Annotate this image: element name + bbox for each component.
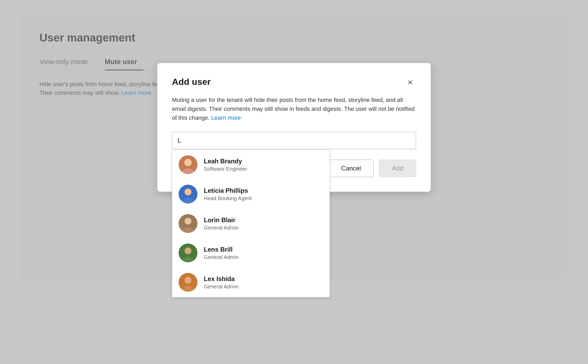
add-button[interactable]: Add — [379, 160, 416, 177]
avatar — [179, 214, 197, 233]
modal-overlay: Add user ✕ Muting a user for the tenant … — [21, 16, 567, 278]
modal-title: Add user — [172, 77, 211, 87]
svg-point-4 — [185, 189, 191, 195]
user-role: Software Engineer — [204, 166, 247, 172]
close-modal-button[interactable]: ✕ — [404, 77, 416, 88]
list-item[interactable]: Lex Ishida General Admin — [172, 268, 330, 297]
user-name: Lex Ishida — [204, 275, 239, 283]
modal-learn-more-link[interactable]: Learn more — [211, 115, 241, 121]
avatar — [179, 243, 197, 262]
list-item[interactable]: Leah Brandy Software Engineer — [172, 150, 330, 179]
user-search-input[interactable] — [172, 132, 416, 149]
add-user-modal: Add user ✕ Muting a user for the tenant … — [157, 63, 431, 192]
list-item[interactable]: Lens Brill General Admin — [172, 238, 330, 268]
svg-point-1 — [184, 159, 192, 166]
list-item[interactable]: Leticia Phillips Head Booking Agent — [172, 179, 330, 209]
list-item[interactable]: Lorin Blair General Admin — [172, 209, 330, 238]
cancel-button[interactable]: Cancel — [328, 160, 374, 177]
modal-description: Muting a user for the tenant will hide t… — [172, 96, 416, 122]
avatar — [179, 185, 197, 204]
modal-header: Add user ✕ — [172, 77, 416, 88]
svg-point-13 — [185, 277, 191, 284]
user-name: Lorin Blair — [204, 216, 239, 224]
user-name: Leticia Phillips — [204, 187, 252, 194]
svg-point-7 — [185, 218, 191, 225]
user-name: Leah Brandy — [204, 158, 247, 165]
user-role: Head Booking Agent — [204, 195, 252, 201]
search-container: Leah Brandy Software Engineer — [172, 132, 416, 149]
svg-point-10 — [185, 247, 191, 254]
user-role: General Admin — [204, 225, 239, 231]
user-role: General Admin — [204, 254, 239, 260]
main-content: User management View-only mode Mute user… — [21, 16, 567, 278]
user-name: Lens Brill — [204, 246, 239, 253]
avatar — [179, 155, 197, 174]
avatar — [179, 273, 197, 292]
user-dropdown: Leah Brandy Software Engineer — [172, 150, 330, 297]
user-role: General Admin — [204, 284, 239, 290]
page-background: User management View-only mode Mute user… — [0, 0, 588, 364]
